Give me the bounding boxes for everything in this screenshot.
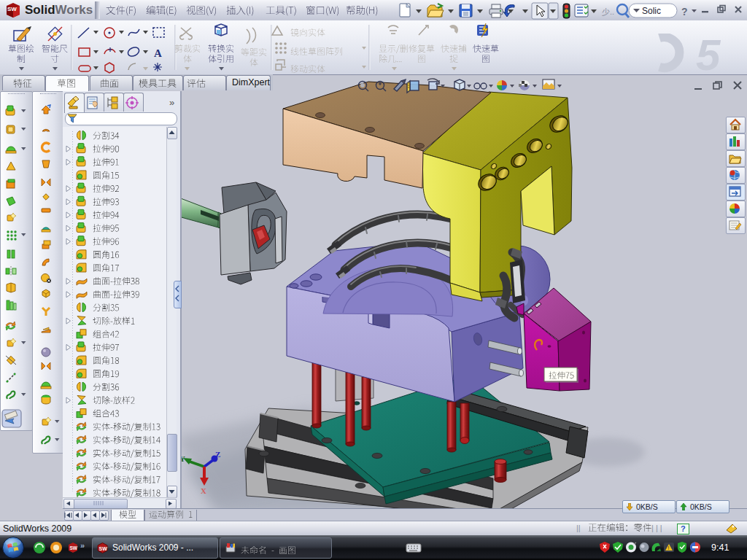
svg-text:Z: Z — [215, 450, 220, 459]
svg-text:少..: 少.. — [602, 7, 614, 16]
svg-text:X: X — [201, 486, 206, 495]
svg-text:?: ? — [681, 6, 688, 18]
svg-text:SW: SW — [70, 545, 78, 551]
svg-text:Solic: Solic — [642, 6, 661, 16]
svg-text:SW: SW — [7, 6, 17, 12]
svg-text:A: A — [154, 47, 162, 59]
svg-text:!: ! — [668, 545, 670, 551]
svg-text:»: » — [80, 541, 85, 550]
svg-text:SW: SW — [99, 546, 108, 551]
svg-text:»: » — [169, 97, 174, 108]
